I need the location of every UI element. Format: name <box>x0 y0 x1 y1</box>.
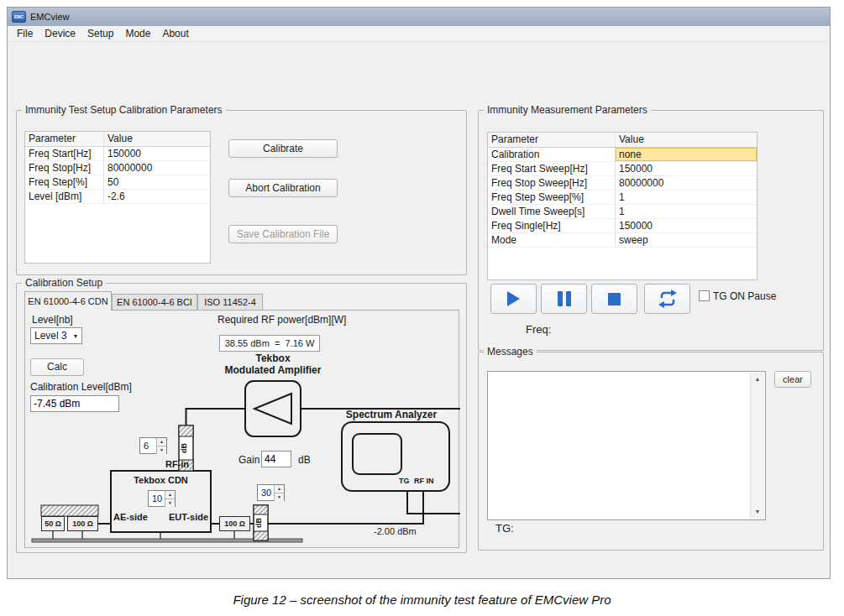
value-cell[interactable]: 50 <box>104 175 210 189</box>
calibration-parameters-table[interactable]: Parameter Value Freq Start[Hz] 150000 Fr… <box>24 131 211 264</box>
titlebar[interactable]: EMC EMCview <box>8 8 830 26</box>
cdn-tab-panel: Level[nb] Level 3 ▼ Calc Calibration Lev… <box>24 310 459 548</box>
loop-button[interactable] <box>644 284 690 314</box>
gain-unit-label: dB <box>298 454 311 466</box>
tab-en61000-4-6-cdn[interactable]: EN 61000-4-6 CDN <box>24 291 112 311</box>
attenuator1-db-label: dB <box>180 440 191 457</box>
value-cell[interactable]: 1 <box>616 191 757 204</box>
ae-side-label: AE-side <box>113 512 148 522</box>
table-row[interactable]: Freq Step Sweep[%] 1 <box>488 191 757 205</box>
group-title: Messages <box>484 346 537 358</box>
required-rf-power-value: 38.55 dBm = 7.16 W <box>219 335 320 352</box>
cdn-spinner[interactable]: 10 ▲▼ <box>148 490 176 507</box>
header-parameter: Parameter <box>488 133 616 147</box>
app-icon: EMC <box>12 11 26 23</box>
tg-port-label: TG <box>399 477 410 485</box>
spinner-down-icon[interactable]: ▼ <box>156 446 166 454</box>
menu-about[interactable]: About <box>156 26 194 41</box>
param-cell: Freq Start[Hz] <box>25 147 104 160</box>
clear-button[interactable]: clear <box>774 371 811 388</box>
value-cell[interactable]: 150000 <box>616 219 757 232</box>
gain-input[interactable] <box>261 451 291 467</box>
table-row[interactable]: Level [dBm] -2.6 <box>25 190 210 204</box>
table-row[interactable]: Freq Stop Sweep[Hz] 80000000 <box>488 176 757 191</box>
calibration-level-label: Calibration Level[dBm] <box>30 381 132 393</box>
spinner-up-icon[interactable]: ▲ <box>165 491 175 499</box>
cdn-spinner-value: 10 <box>149 491 165 506</box>
attenuator2-spinner[interactable]: 30 ▲▼ <box>257 484 285 501</box>
app-window: EMC EMCview File Device Setup Mode About… <box>7 7 831 579</box>
spinner-down-icon[interactable]: ▼ <box>274 493 284 501</box>
menu-mode[interactable]: Mode <box>119 26 156 41</box>
table-row[interactable]: Freq Stop[Hz] 80000000 <box>25 161 210 175</box>
table-row[interactable]: Freq Step[%] 50 <box>25 175 210 190</box>
value-cell-selected[interactable]: none <box>616 148 757 161</box>
param-cell: Freq Step[%] <box>25 175 104 189</box>
pause-button[interactable] <box>541 284 587 314</box>
table-row[interactable]: Freq Single[Hz] 150000 <box>488 219 757 233</box>
resistor-50-ohm: 50 Ω <box>41 516 65 531</box>
menu-setup[interactable]: Setup <box>81 26 119 41</box>
tab-en61000-4-6-bci[interactable]: EN 61000-4-6 BCI <box>112 294 197 311</box>
loop-icon <box>655 289 680 309</box>
spectrum-analyzer-label: Spectrum Analyzer <box>328 409 454 420</box>
value-cell[interactable]: -2.6 <box>104 190 210 203</box>
spinner-down-icon[interactable]: ▼ <box>165 499 175 507</box>
table-row[interactable]: Freq Start[Hz] 150000 <box>25 147 210 161</box>
calibrate-button[interactable]: Calibrate <box>228 139 338 158</box>
calc-button[interactable]: Calc <box>30 358 84 376</box>
value-cell[interactable]: 80000000 <box>616 176 757 190</box>
table-row[interactable]: Mode sweep <box>488 233 757 248</box>
freq-readout-label: Freq: <box>526 323 551 336</box>
value-cell[interactable]: 80000000 <box>104 161 210 175</box>
param-cell: Calibration <box>488 148 616 161</box>
save-calibration-file-button[interactable]: Save Calibration File <box>228 225 338 243</box>
spinner-up-icon[interactable]: ▲ <box>274 485 284 493</box>
attenuator1-spinner[interactable]: 6 ▲▼ <box>139 437 167 454</box>
tab-iso-11452-4[interactable]: ISO 11452-4 <box>197 294 263 311</box>
param-cell: Freq Step Sweep[%] <box>488 191 616 204</box>
resistor-100-ohm-right: 100 Ω <box>219 516 250 531</box>
pause-icon <box>558 291 571 306</box>
param-cell: Freq Stop[Hz] <box>25 161 104 175</box>
level-select[interactable]: Level 3 ▼ <box>30 327 82 344</box>
stop-icon <box>608 293 621 305</box>
window-title: EMCview <box>30 12 69 22</box>
measurement-parameters-table[interactable]: Parameter Value Calibration none Freq St… <box>487 132 758 280</box>
stop-button[interactable] <box>591 284 637 314</box>
tg-on-pause-checkbox[interactable] <box>699 290 710 301</box>
abort-calibration-button[interactable]: Abort Calibration <box>228 179 338 197</box>
table-row[interactable]: Calibration none <box>488 148 757 162</box>
value-cell[interactable]: 150000 <box>616 162 757 175</box>
scroll-up-icon[interactable]: ▲ <box>751 373 764 386</box>
menu-device[interactable]: Device <box>39 26 81 41</box>
value-cell[interactable]: 150000 <box>104 147 210 160</box>
attenuator1-value: 6 <box>140 438 156 453</box>
figure-caption: Figure 12 – screenshot of the immunity t… <box>0 593 844 607</box>
chevron-down-icon: ▼ <box>70 333 81 339</box>
param-cell: Freq Start Sweep[Hz] <box>488 162 616 175</box>
value-cell[interactable]: 1 <box>616 205 757 218</box>
header-value: Value <box>616 133 757 147</box>
amplifier-label-line1: Tekbox <box>202 352 344 364</box>
menubar: File Device Setup Mode About <box>8 26 830 42</box>
level-label: Level[nb] <box>32 314 73 326</box>
measurement-parameters-group: Immunity Measurement Parameters Paramete… <box>478 110 824 351</box>
spinner-up-icon[interactable]: ▲ <box>156 438 166 446</box>
messages-textarea[interactable]: ▲ ▼ <box>487 371 766 520</box>
header-parameter: Parameter <box>25 132 104 146</box>
param-cell: Freq Single[Hz] <box>488 219 616 232</box>
calibration-level-input[interactable] <box>30 395 119 412</box>
menu-file[interactable]: File <box>11 26 39 41</box>
scroll-down-icon[interactable]: ▼ <box>751 505 764 519</box>
gain-label: Gain <box>239 454 259 466</box>
table-row[interactable]: Dwell Time Sweep[s] 1 <box>488 205 757 219</box>
play-button[interactable] <box>490 284 537 314</box>
table-header-row: Parameter Value <box>25 132 210 147</box>
param-cell: Mode <box>488 233 616 247</box>
messages-scrollbar[interactable]: ▲ ▼ <box>750 373 764 519</box>
table-header-row: Parameter Value <box>488 133 757 148</box>
value-cell[interactable]: sweep <box>616 233 757 247</box>
param-cell: Freq Stop Sweep[Hz] <box>488 176 616 190</box>
table-row[interactable]: Freq Start Sweep[Hz] 150000 <box>488 162 757 176</box>
